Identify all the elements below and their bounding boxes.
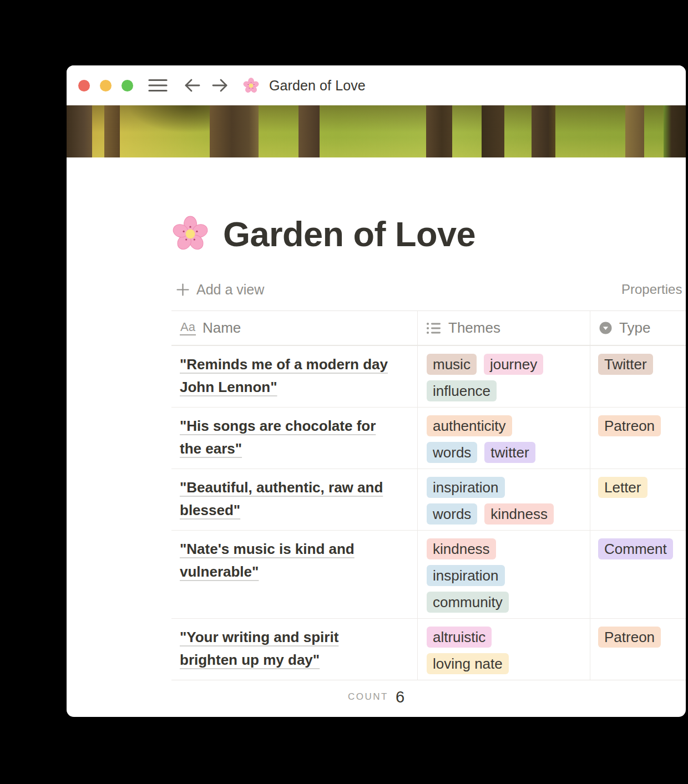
row-title[interactable]: "Nate's music is kind and vulnerable": [180, 538, 397, 583]
type-cell[interactable]: Patreon: [590, 619, 686, 680]
screenshot-background: Garden of Love: [0, 0, 688, 784]
theme-tag[interactable]: kindness: [484, 503, 554, 525]
tree-trunk: [299, 105, 320, 157]
table-header-row: Aa Name Themes Type: [171, 311, 686, 345]
themes-cell[interactable]: kindness inspiration community: [417, 531, 590, 618]
theme-tag[interactable]: journey: [484, 354, 543, 375]
theme-tag[interactable]: influence: [427, 380, 497, 401]
themes-cell[interactable]: altruistic loving nate: [417, 619, 590, 680]
row-title[interactable]: "His songs are chocolate for the ears": [180, 415, 397, 460]
column-label: Name: [203, 319, 241, 337]
type-cell[interactable]: Letter: [590, 469, 686, 530]
window-title: Garden of Love: [269, 78, 366, 94]
column-header-name[interactable]: Aa Name: [171, 311, 417, 345]
column-label: Type: [619, 319, 650, 337]
theme-tag[interactable]: authenticity: [427, 415, 512, 436]
type-cell[interactable]: Comment: [590, 531, 686, 618]
name-cell[interactable]: "Your writing and spirit brighten up my …: [171, 619, 417, 680]
type-cell[interactable]: Patreon: [590, 408, 686, 469]
type-tag[interactable]: Comment: [598, 538, 673, 559]
table-row: "Nate's music is kind and vulnerable" ki…: [171, 530, 686, 618]
page-title[interactable]: Garden of Love: [223, 214, 475, 254]
table-footer: COUNT 6: [67, 680, 686, 714]
title-property-icon: Aa: [180, 320, 196, 335]
name-cell[interactable]: "Reminds me of a modern day John Lennon": [171, 346, 417, 407]
column-header-themes[interactable]: Themes: [417, 311, 590, 345]
page-icon-cherry-blossom[interactable]: [172, 216, 209, 252]
theme-tag[interactable]: twitter: [484, 442, 535, 463]
table-row: "Beautiful, authentic, raw and blessed" …: [171, 469, 686, 530]
tree-trunk: [482, 105, 504, 157]
tree-trunk: [664, 105, 686, 157]
theme-tag[interactable]: altruistic: [427, 627, 492, 648]
themes-cell[interactable]: inspiration wordskindness: [417, 469, 590, 530]
database-table: Aa Name Themes Type "Remi: [171, 310, 686, 680]
table-row: "Your writing and spirit brighten up my …: [171, 618, 686, 680]
column-header-type[interactable]: Type: [590, 311, 686, 345]
theme-tag[interactable]: words: [427, 503, 477, 525]
minimize-window-button[interactable]: [100, 80, 112, 91]
type-tag[interactable]: Patreon: [598, 415, 661, 436]
back-arrow-icon[interactable]: [184, 78, 200, 93]
table-row: "Reminds me of a modern day John Lennon"…: [171, 345, 686, 407]
hamburger-menu-icon[interactable]: [148, 78, 168, 93]
row-title[interactable]: "Your writing and spirit brighten up my …: [180, 626, 397, 671]
type-tag[interactable]: Letter: [598, 477, 647, 498]
forward-arrow-icon[interactable]: [212, 78, 228, 93]
name-cell[interactable]: "His songs are chocolate for the ears": [171, 408, 417, 469]
count-label[interactable]: COUNT: [348, 691, 388, 702]
theme-tag[interactable]: kindness: [427, 538, 496, 559]
tree-trunk: [104, 105, 120, 157]
theme-tag[interactable]: words: [427, 442, 477, 463]
theme-tag[interactable]: inspiration: [427, 565, 505, 586]
app-window: Garden of Love: [67, 65, 686, 717]
type-tag[interactable]: Patreon: [598, 627, 661, 648]
traffic-lights: [78, 80, 133, 91]
theme-tag[interactable]: inspiration: [427, 477, 505, 498]
cherry-blossom-emoji-icon: [243, 78, 259, 94]
tree-trunk: [67, 105, 92, 157]
page-header: Garden of Love: [172, 214, 686, 254]
column-label: Themes: [448, 319, 500, 337]
cover-image: [67, 105, 686, 157]
theme-tag[interactable]: loving nate: [427, 653, 509, 674]
tree-trunk: [625, 105, 644, 157]
multi-select-property-icon: [426, 322, 442, 335]
zoom-window-button[interactable]: [122, 80, 133, 91]
type-tag[interactable]: Twitter: [598, 354, 653, 375]
themes-cell[interactable]: authenticity wordstwitter: [417, 408, 590, 469]
table-row: "His songs are chocolate for the ears" a…: [171, 407, 686, 469]
close-window-button[interactable]: [78, 80, 90, 91]
select-property-icon: [599, 321, 613, 335]
count-value: 6: [396, 688, 404, 706]
add-view-button[interactable]: Add a view: [176, 282, 264, 298]
window-titlebar: Garden of Love: [67, 65, 686, 105]
type-cell[interactable]: Twitter: [590, 346, 686, 407]
theme-tag[interactable]: music: [427, 354, 477, 375]
view-toolbar: Add a view Properties: [171, 278, 686, 301]
tree-trunk: [532, 105, 555, 157]
name-cell[interactable]: "Nate's music is kind and vulnerable": [171, 531, 417, 618]
theme-tag[interactable]: community: [427, 592, 509, 613]
properties-button[interactable]: Properties: [621, 282, 682, 297]
tree-trunk: [210, 105, 259, 157]
themes-cell[interactable]: musicjourney influence: [417, 346, 590, 407]
row-title[interactable]: "Reminds me of a modern day John Lennon": [180, 353, 397, 399]
tree-trunk: [426, 105, 452, 157]
name-cell[interactable]: "Beautiful, authentic, raw and blessed": [171, 469, 417, 530]
add-view-label: Add a view: [196, 282, 264, 298]
row-title[interactable]: "Beautiful, authentic, raw and blessed": [180, 476, 397, 522]
